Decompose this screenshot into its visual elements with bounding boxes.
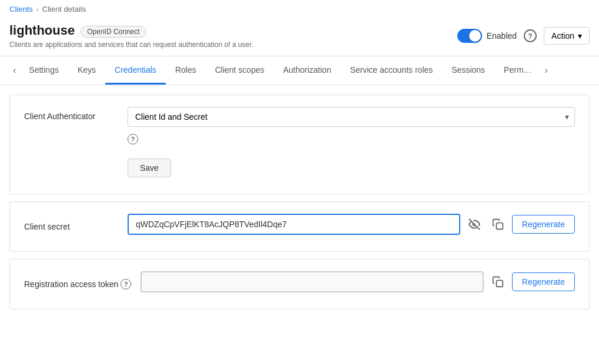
authenticator-field: Client Id and Secret Signed Jwt Signed J…	[128, 107, 575, 127]
tab-credentials[interactable]: Credentials	[105, 57, 166, 85]
header-right: Enabled ? Action ▾	[457, 27, 590, 45]
copy-registration-token-button[interactable]	[488, 272, 507, 291]
registration-label-with-help: Registration access token ?	[24, 279, 131, 289]
tab-keys[interactable]: Keys	[68, 57, 105, 85]
openid-badge: OpenID Connect	[81, 26, 146, 38]
registration-token-label: Registration access token ?	[24, 274, 131, 289]
authenticator-help-icon[interactable]: ?	[128, 134, 138, 144]
regenerate-registration-token-button[interactable]: Regenerate	[512, 272, 575, 291]
copy-secret-button[interactable]	[488, 215, 507, 234]
main-content: Client Authenticator Client Id and Secre…	[0, 95, 599, 309]
app-name: lighthouse	[9, 23, 75, 38]
page-header: lighthouse OpenID Connect Clients are ap…	[0, 18, 599, 56]
registration-token-field: Regenerate	[140, 271, 575, 292]
tab-sessions[interactable]: Sessions	[442, 57, 494, 85]
client-secret-section: Client secret	[9, 201, 590, 252]
tab-settings[interactable]: Settings	[19, 57, 68, 85]
client-secret-label: Client secret	[24, 217, 118, 231]
authenticator-select-wrapper: Client Id and Secret Signed Jwt Signed J…	[128, 107, 575, 127]
tab-roles[interactable]: Roles	[166, 57, 206, 85]
authenticator-select[interactable]: Client Id and Secret Signed Jwt Signed J…	[128, 107, 575, 127]
breadcrumb-clients-link[interactable]: Clients	[9, 5, 33, 14]
save-button[interactable]: Save	[128, 159, 171, 177]
registration-token-section: Registration access token ? Regener	[9, 259, 590, 309]
enabled-toggle[interactable]	[457, 29, 482, 43]
secret-row: Regenerate	[128, 214, 575, 235]
tab-scroll-right[interactable]: ›	[541, 56, 551, 85]
header-help-icon[interactable]: ?	[524, 29, 537, 42]
header-subtitle: Clients are applications and services th…	[9, 41, 253, 49]
toggle-label: Enabled	[487, 31, 517, 41]
registration-token-input[interactable]	[140, 271, 484, 292]
tab-client-scopes[interactable]: Client scopes	[206, 57, 274, 85]
copy-icon	[492, 218, 504, 230]
client-secret-form-row: Client secret	[24, 214, 575, 235]
action-button[interactable]: Action ▾	[544, 27, 590, 45]
tab-service-accounts-roles[interactable]: Service accounts roles	[340, 57, 442, 85]
authenticator-section: Client Authenticator Client Id and Secre…	[9, 95, 590, 194]
tab-perm[interactable]: Perm…	[494, 57, 541, 85]
eye-off-icon	[469, 218, 480, 230]
header-left: lighthouse OpenID Connect Clients are ap…	[9, 23, 457, 49]
authenticator-label: Client Authenticator	[24, 107, 118, 121]
action-dropdown-arrow: ▾	[578, 31, 582, 41]
client-secret-field: Regenerate	[128, 214, 575, 235]
authenticator-form-row: Client Authenticator Client Id and Secre…	[24, 107, 575, 127]
header-title-row: lighthouse OpenID Connect	[9, 23, 146, 41]
tab-authorization[interactable]: Authorization	[274, 57, 341, 85]
client-secret-input[interactable]	[128, 214, 460, 235]
save-row: Save	[24, 149, 575, 177]
copy-registration-icon	[492, 276, 504, 288]
toggle-knob	[469, 30, 481, 42]
svg-rect-2	[496, 281, 503, 287]
tabs-bar: ‹ Settings Keys Credentials Roles Client…	[0, 56, 599, 85]
breadcrumb: Clients › Client details	[0, 0, 599, 18]
registration-secret-row: Regenerate	[140, 271, 575, 292]
hide-secret-button[interactable]	[465, 215, 484, 234]
action-label: Action	[551, 31, 574, 41]
registration-token-input-wrapper	[140, 271, 484, 292]
authenticator-help-row: ?	[24, 132, 575, 144]
breadcrumb-separator: ›	[36, 5, 39, 14]
secret-input-wrapper	[128, 214, 460, 235]
regenerate-secret-button[interactable]: Regenerate	[512, 215, 575, 234]
enabled-toggle-container: Enabled	[457, 29, 517, 43]
tab-scroll-left[interactable]: ‹	[9, 56, 19, 85]
svg-rect-1	[496, 223, 503, 230]
registration-token-form-row: Registration access token ? Regener	[24, 271, 575, 292]
breadcrumb-current: Client details	[42, 5, 86, 14]
registration-token-help-icon[interactable]: ?	[121, 279, 131, 289]
